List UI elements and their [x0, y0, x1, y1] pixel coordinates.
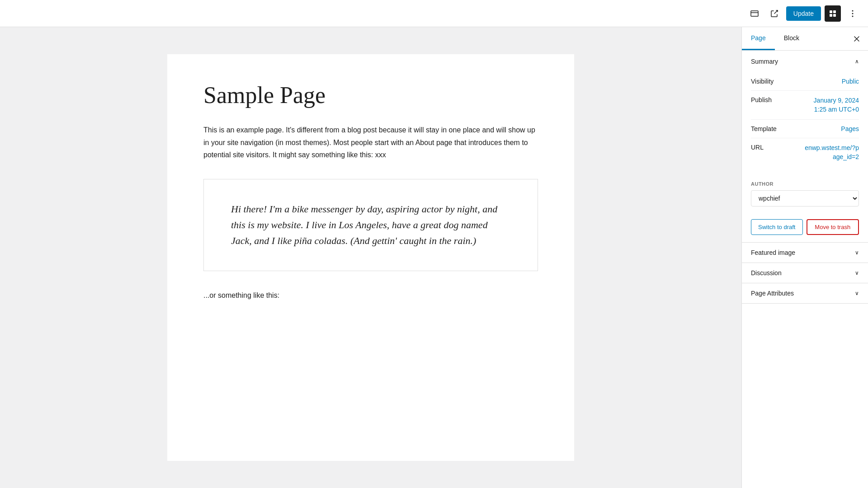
discussion-chevron-icon: ∨ — [855, 270, 859, 276]
more-options-button[interactable] — [844, 5, 861, 22]
featured-image-section: Featured image ∨ — [742, 243, 868, 263]
page-title[interactable]: Sample Page — [203, 81, 538, 109]
visibility-label: Visibility — [751, 78, 774, 85]
publish-row: Publish January 9, 20241:25 am UTC+0 — [751, 91, 859, 120]
svg-rect-4 — [830, 14, 832, 17]
toolbar: Update — [0, 0, 868, 27]
svg-rect-3 — [833, 10, 836, 13]
url-label: URL — [751, 144, 764, 151]
tab-block[interactable]: Block — [775, 27, 808, 50]
page-attributes-title: Page Attributes — [751, 290, 794, 297]
visibility-value[interactable]: Public — [842, 78, 859, 85]
editor-area: Sample Page This is an example page. It'… — [0, 27, 741, 488]
update-button[interactable]: Update — [786, 6, 821, 21]
page-attributes-chevron-icon: ∨ — [855, 290, 859, 296]
view-button[interactable] — [746, 5, 763, 22]
svg-rect-2 — [830, 10, 832, 13]
svg-rect-0 — [751, 11, 758, 16]
move-to-trash-button[interactable]: Move to trash — [807, 219, 859, 235]
featured-image-title: Featured image — [751, 249, 795, 256]
footer-text[interactable]: ...or something like this: — [203, 289, 538, 301]
featured-image-chevron-icon: ∨ — [855, 249, 859, 256]
editor-content: Sample Page This is an example page. It'… — [167, 54, 574, 461]
close-sidebar-button[interactable] — [845, 28, 868, 50]
author-label: AUTHOR — [751, 176, 859, 190]
switch-to-draft-button[interactable]: Switch to draft — [751, 219, 803, 235]
discussion-section: Discussion ∨ — [742, 263, 868, 283]
svg-point-6 — [852, 10, 854, 11]
tab-page[interactable]: Page — [742, 27, 775, 50]
body-text[interactable]: This is an example page. It's different … — [203, 124, 538, 161]
url-value[interactable]: enwp.wstest.me/?page_id=2 — [805, 144, 859, 161]
preview-button[interactable] — [766, 5, 783, 22]
author-select[interactable]: wpchief — [751, 190, 859, 206]
svg-rect-5 — [833, 14, 836, 17]
summary-section-header[interactable]: Summary ∧ — [742, 51, 868, 72]
main-area: Sample Page This is an example page. It'… — [0, 27, 868, 488]
page-attributes-header[interactable]: Page Attributes ∨ — [742, 283, 868, 303]
template-row: Template Pages — [751, 120, 859, 138]
summary-content: Visibility Public Publish January 9, 202… — [742, 72, 868, 176]
template-value[interactable]: Pages — [841, 125, 859, 132]
discussion-header[interactable]: Discussion ∨ — [742, 263, 868, 283]
summary-chevron-icon: ∧ — [855, 58, 859, 65]
publish-value[interactable]: January 9, 20241:25 am UTC+0 — [814, 96, 859, 114]
discussion-title: Discussion — [751, 269, 782, 277]
page-attributes-section: Page Attributes ∨ — [742, 283, 868, 304]
quote-block[interactable]: Hi there! I'm a bike messenger by day, a… — [203, 179, 538, 271]
visibility-row: Visibility Public — [751, 72, 859, 91]
quote-text[interactable]: Hi there! I'm a bike messenger by day, a… — [231, 201, 510, 249]
publish-label: Publish — [751, 96, 772, 103]
summary-title: Summary — [751, 58, 778, 65]
summary-section: Summary ∧ Visibility Public Publish Janu… — [742, 51, 868, 243]
template-label: Template — [751, 125, 777, 132]
action-buttons: Switch to draft Move to trash — [742, 214, 868, 242]
featured-image-header[interactable]: Featured image ∨ — [742, 243, 868, 263]
sidebar: Page Block Summary ∧ Visibility Public P… — [741, 27, 868, 488]
sidebar-header: Page Block — [742, 27, 868, 51]
settings-button[interactable] — [825, 5, 841, 22]
svg-point-7 — [852, 13, 854, 14]
url-row: URL enwp.wstest.me/?page_id=2 — [751, 138, 859, 167]
svg-point-8 — [852, 15, 854, 17]
author-section: AUTHOR wpchief — [742, 176, 868, 214]
